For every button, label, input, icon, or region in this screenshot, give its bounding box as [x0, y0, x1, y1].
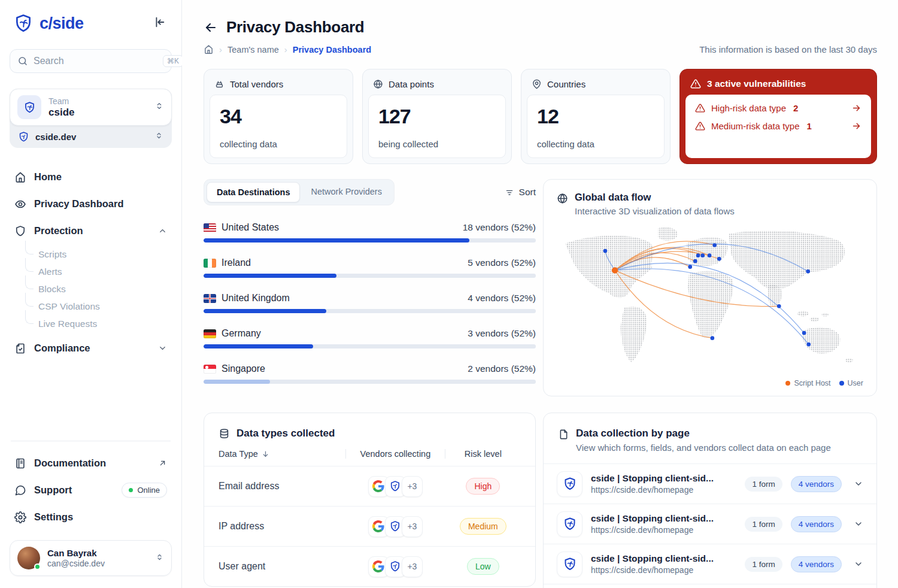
vendor-chips: +3: [368, 476, 423, 497]
user-menu[interactable]: Can Bayrak can@cside.dev: [10, 540, 172, 576]
vendor-chips: +3: [368, 516, 423, 537]
sidebar-item-compliance[interactable]: Compliance: [10, 335, 172, 362]
breadcrumb-team[interactable]: Team's name: [227, 45, 279, 54]
world-map[interactable]: [557, 223, 863, 377]
page-row-1[interactable]: cside | Stopping client-sid... https://c…: [544, 463, 876, 504]
sidebar-item-privacy-dashboard[interactable]: Privacy Dashboard: [10, 190, 172, 217]
warning-triangle-icon: [695, 121, 705, 131]
stat-card-data-points: Data points 127 being collected: [362, 69, 512, 164]
sidebar-item-live-requests[interactable]: Live Requests: [25, 315, 172, 332]
progress-fill: [204, 380, 270, 384]
avatar: [17, 547, 40, 569]
site-selector[interactable]: cside.dev: [10, 126, 172, 148]
warning-triangle-icon: [690, 78, 701, 89]
chevron-down-icon[interactable]: [854, 559, 863, 569]
brand-logo[interactable]: c/side: [13, 13, 84, 34]
risk-badge-low: Low: [467, 558, 499, 575]
destination-row-united-kingdom[interactable]: United Kingdom 4 vendors (52%): [204, 293, 536, 313]
gear-icon: [14, 511, 26, 523]
stat-card-countries: Countries 12 collecting data: [521, 69, 671, 164]
page-row-2[interactable]: cside | Stopping client-sid... https://c…: [544, 504, 876, 544]
view-tabs: Data Destinations Network Providers: [204, 179, 395, 205]
vulnerabilities-title: 3 active vulnerabilities: [707, 78, 806, 89]
chevron-updown-icon: [154, 131, 163, 143]
sidebar-item-documentation[interactable]: Documentation: [10, 450, 172, 477]
risk-badge-medium: Medium: [460, 518, 506, 535]
sidebar-item-settings[interactable]: Settings: [10, 504, 172, 531]
data-collection-card: Data collection by page View which forms…: [543, 413, 877, 588]
breadcrumb-current[interactable]: Privacy Dashboard: [293, 45, 371, 54]
page-icon: [558, 428, 569, 453]
table-row-ip-address[interactable]: IP address +3: [204, 506, 535, 546]
back-button[interactable]: [204, 20, 218, 35]
tab-data-destinations[interactable]: Data Destinations: [207, 182, 300, 202]
map-pin-icon: [532, 79, 542, 89]
sidebar-item-csp-violations[interactable]: CSP Violations: [25, 298, 172, 315]
progress-track: [204, 274, 536, 278]
column-vendors-collecting: Vendors collecting: [345, 449, 445, 459]
sort-button[interactable]: Sort: [505, 187, 536, 198]
breadcrumb: › Team's name › Privacy Dashboard: [204, 44, 371, 54]
sidebar-item-home[interactable]: Home: [10, 163, 172, 190]
stat-caption: collecting data: [220, 139, 337, 149]
destination-row-germany[interactable]: Germany 3 vendors (52%): [204, 328, 536, 348]
vendors-badge[interactable]: 4 vendors: [791, 476, 842, 492]
vendor-count: 4 vendors (52%): [468, 293, 536, 304]
sort-arrow-down-icon: [262, 450, 269, 458]
chat-bubble-icon: [14, 484, 26, 496]
destination-row-ireland[interactable]: Ireland 5 vendors (52%): [204, 257, 536, 278]
sidebar-collapse-icon[interactable]: [150, 13, 168, 34]
risk-badge-high: High: [466, 478, 500, 495]
magnifier-icon: [17, 56, 28, 66]
page-url: https://cside.dev/homepage: [591, 565, 736, 575]
progress-track: [204, 309, 536, 313]
tab-network-providers[interactable]: Network Providers: [301, 182, 391, 202]
arrow-right-icon: [851, 121, 861, 131]
destination-row-singapore[interactable]: Singapore 2 vendors (52%): [204, 363, 536, 384]
shield-palm-icon: [13, 13, 34, 34]
period-note: This information is based on the last 30…: [699, 44, 877, 54]
search-input[interactable]: ⌘K: [10, 49, 172, 73]
destination-row-united-states[interactable]: United States 18 vendors (52%): [204, 222, 536, 243]
table-row-user-agent[interactable]: User agent +3: [204, 546, 535, 586]
search-shortcut: ⌘K: [163, 55, 183, 67]
chevron-down-icon[interactable]: [854, 479, 863, 489]
sidebar-item-blocks[interactable]: Blocks: [25, 280, 172, 298]
chevron-down-icon[interactable]: [854, 519, 863, 529]
home-icon[interactable]: [204, 44, 214, 54]
sidebar-item-protection[interactable]: Protection: [10, 217, 172, 244]
workspace-switcher: Team cside csi: [10, 89, 172, 148]
sidebar-item-label: Settings: [34, 511, 167, 523]
vulnerability-item-medium[interactable]: Medium-risk data type 1: [695, 121, 861, 131]
stat-caption: being collected: [378, 139, 496, 149]
more-vendors-chip: +3: [402, 556, 423, 577]
progress-fill: [204, 238, 469, 243]
progress-track: [204, 344, 536, 348]
vendor-count: 3 vendors (52%): [468, 328, 536, 339]
cside-shield-icon: [557, 551, 583, 577]
stat-card-total-vendors: Total vendors 34 collecting data: [204, 69, 353, 164]
team-selector[interactable]: Team cside: [10, 89, 172, 126]
sidebar-item-alerts[interactable]: Alerts: [25, 263, 172, 280]
stat-caption: collecting data: [537, 139, 654, 149]
online-dot-icon: [129, 488, 133, 492]
sidebar-item-scripts[interactable]: Scripts: [25, 245, 172, 263]
sidebar: c/side ⌘K: [0, 0, 182, 588]
vendors-badge[interactable]: 4 vendors: [791, 556, 842, 572]
page-url: https://cside.dev/homepage: [591, 485, 736, 495]
germany-flag-icon: [204, 329, 216, 338]
globe-icon: [373, 79, 383, 89]
sidebar-item-label: Documentation: [34, 457, 150, 469]
page-row-4[interactable]: cside | Stopping client-sid... https://c…: [544, 584, 876, 588]
column-data-type[interactable]: Data Type: [219, 449, 345, 459]
site-selector-value: cside.dev: [35, 132, 148, 142]
data-types-card: Data types collected Data Type Vendors c…: [204, 413, 536, 587]
vendors-badge[interactable]: 4 vendors: [791, 516, 842, 532]
sidebar-item-support[interactable]: Support Online: [10, 477, 172, 504]
table-row-email-address[interactable]: Email address +3: [204, 466, 535, 506]
chevron-updown-icon: [154, 101, 164, 113]
search-field[interactable]: [34, 56, 157, 66]
vulnerability-item-high[interactable]: High-risk data type 2: [695, 103, 861, 113]
page-row-3[interactable]: cside | Stopping client-sid... https://c…: [544, 544, 876, 584]
column-risk-level: Risk level: [445, 449, 521, 459]
